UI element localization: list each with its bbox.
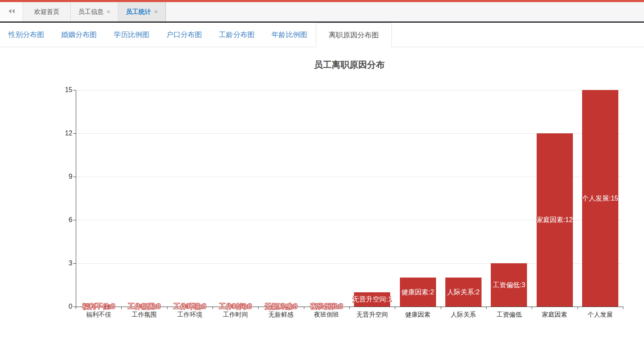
tab-welcome-home[interactable]: 欢迎首页 xyxy=(23,2,71,21)
tab-label: 员工信息 xyxy=(78,8,104,16)
close-icon[interactable]: ✕ xyxy=(106,10,110,14)
bar-value-label: 夜班倒班:0 xyxy=(310,302,343,311)
chart-tab-bar: 性别分布图 婚姻分布图 学历比例图 户口分布图 工龄分布图 年龄比例图 离职原因… xyxy=(0,23,644,47)
subtab-education-ratio[interactable]: 学历比例图 xyxy=(105,23,158,47)
bar-value-label: 工资偏低:3 xyxy=(492,281,525,289)
x-axis-category-label: 工资偏低 xyxy=(496,311,522,319)
subtab-label: 工龄分布图 xyxy=(219,30,255,40)
x-axis-tick xyxy=(441,307,441,309)
double-chevron-left-icon xyxy=(8,8,15,16)
y-axis-label: 12 xyxy=(54,130,72,137)
y-axis-label: 3 xyxy=(54,259,72,267)
subtab-age-ratio[interactable]: 年龄比例图 xyxy=(263,23,316,47)
bar-value-label: 无晋升空间:1 xyxy=(352,295,391,304)
tab-label: 欢迎首页 xyxy=(34,8,59,16)
subtab-label: 婚姻分布图 xyxy=(61,30,97,40)
x-axis-tick xyxy=(577,307,578,309)
x-axis-tick xyxy=(395,307,395,309)
x-axis-category-label: 无晋升空间 xyxy=(357,311,388,319)
collapse-tabs-button[interactable] xyxy=(0,2,23,21)
bar-value-label: 个人发展:15 xyxy=(582,194,618,203)
y-axis-line xyxy=(76,90,76,307)
y-axis-label: 6 xyxy=(54,216,72,224)
plot-area: 03691215福利不佳:0福利不佳工作氛围:0工作氛围工作环境:0工作环境工作… xyxy=(0,47,644,350)
x-axis-category-label: 健康因素 xyxy=(405,311,431,319)
window-tab-bar: 欢迎首页 员工信息 ✕ 员工统计 ✕ xyxy=(0,2,644,23)
bar-value-label: 家庭因素:12 xyxy=(536,216,572,225)
x-axis-tick xyxy=(486,307,487,309)
subtab-label: 离职原因分布图 xyxy=(329,30,379,40)
x-axis-tick xyxy=(258,307,258,309)
bar-value-label: 无新鲜感:0 xyxy=(265,302,297,311)
subtab-household-distribution[interactable]: 户口分布图 xyxy=(158,23,210,47)
subtab-marriage-distribution[interactable]: 婚姻分布图 xyxy=(53,23,105,47)
subtab-label: 户口分布图 xyxy=(166,30,202,40)
x-axis-tick xyxy=(623,307,623,309)
bar-value-label: 健康因素:2 xyxy=(402,288,434,296)
y-axis-label: 9 xyxy=(54,173,72,180)
subtab-resignation-reason-distribution[interactable]: 离职原因分布图 xyxy=(316,23,392,47)
x-axis-category-label: 夜班倒班 xyxy=(314,311,339,319)
x-axis-tick xyxy=(76,307,76,309)
x-axis-category-label: 工作氛围 xyxy=(132,311,157,319)
x-axis-tick xyxy=(349,307,350,309)
resignation-chart: 员工离职原因分布 03691215福利不佳:0福利不佳工作氛围:0工作氛围工作环… xyxy=(0,47,644,350)
app-root: 欢迎首页 员工信息 ✕ 员工统计 ✕ 性别分布图 婚姻分布图 学历比例图 户口分… xyxy=(0,0,644,352)
close-icon[interactable]: ✕ xyxy=(154,10,158,14)
subtab-label: 学历比例图 xyxy=(114,30,149,40)
x-axis-tick xyxy=(532,307,532,309)
bar-value-label: 工作氛围:0 xyxy=(128,302,160,311)
subtab-label: 年龄比例图 xyxy=(271,30,307,40)
x-axis-tick xyxy=(213,307,213,309)
y-axis-label: 15 xyxy=(54,86,72,94)
subtab-gender-distribution[interactable]: 性别分布图 xyxy=(0,23,53,47)
x-axis-category-label: 家庭因素 xyxy=(542,311,567,319)
y-axis-label: 0 xyxy=(54,303,72,310)
x-axis-tick xyxy=(304,307,304,309)
x-axis-tick xyxy=(121,307,122,309)
x-axis-category-label: 个人发展 xyxy=(588,311,613,319)
x-axis-category-label: 工作时间 xyxy=(223,311,248,319)
subtab-label: 性别分布图 xyxy=(8,30,44,40)
gridline xyxy=(76,90,623,90)
subtab-work-years-distribution[interactable]: 工龄分布图 xyxy=(210,23,263,47)
bar-value-label: 工作时间:0 xyxy=(219,302,251,311)
x-axis-category-label: 人际关系 xyxy=(451,311,476,319)
x-axis-category-label: 福利不佳 xyxy=(86,311,111,319)
tab-employee-stats[interactable]: 员工统计 ✕ xyxy=(118,2,166,21)
x-axis-category-label: 无新鲜感 xyxy=(269,311,294,319)
x-axis-category-label: 工作环境 xyxy=(177,311,202,319)
bar-value-label: 人际关系:2 xyxy=(447,288,479,296)
tab-label: 员工统计 xyxy=(126,8,151,16)
tab-bar-filler xyxy=(166,2,644,21)
bar-value-label: 福利不佳:0 xyxy=(82,302,114,311)
x-axis-tick xyxy=(167,307,168,309)
tab-employee-info[interactable]: 员工信息 ✕ xyxy=(71,2,118,21)
bar-value-label: 工作环境:0 xyxy=(173,302,206,311)
